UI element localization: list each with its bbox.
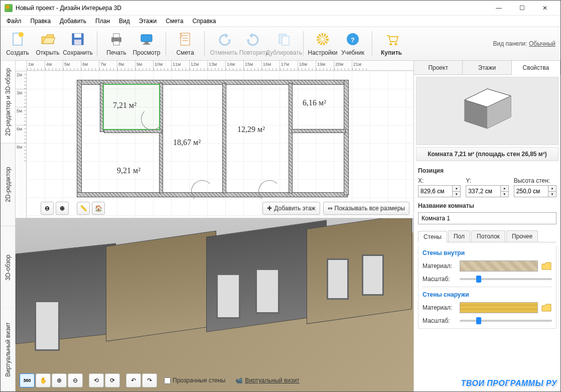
- svg-point-19: [395, 43, 397, 46]
- menu-view[interactable]: Вид: [115, 17, 134, 26]
- room-area-5: 9,21 м²: [117, 166, 141, 175]
- rotate-cw-icon[interactable]: ⟳: [105, 373, 120, 387]
- new-button[interactable]: Создать: [3, 28, 33, 59]
- toolbar: Создать Открыть Сохранить Печать Просмот…: [1, 27, 560, 61]
- transparent-walls-checkbox[interactable]: [164, 377, 171, 384]
- svg-point-1: [19, 32, 24, 37]
- rotate-ccw-icon[interactable]: ⟲: [89, 373, 104, 387]
- open-button[interactable]: Открыть: [33, 28, 63, 59]
- vtab-3d[interactable]: 3D-обзор: [1, 226, 15, 309]
- scale-inside-slider[interactable]: [460, 278, 552, 280]
- preview-button[interactable]: Просмотр: [131, 28, 162, 59]
- svg-point-18: [390, 43, 392, 46]
- menu-plan[interactable]: План: [91, 17, 114, 26]
- app-icon: [5, 4, 13, 12]
- show-dims-button[interactable]: ⇔Показывать все размеры: [323, 202, 409, 215]
- plan-2d-view[interactable]: 1м4м5м6м7м8м9м10м11м12м13м14м15м16м17м18…: [16, 61, 413, 218]
- pos-x-input[interactable]: ▲▼: [418, 185, 461, 197]
- svg-rect-8: [141, 35, 152, 42]
- titlebar: Новый проект - Дизайн Интерьера 3D — ☐ ✕: [1, 1, 560, 16]
- home-icon[interactable]: 🏠: [92, 202, 105, 215]
- virtual-visit-link[interactable]: Виртуальный визит: [245, 377, 300, 384]
- room-name-input[interactable]: [418, 212, 556, 224]
- watermark: ТВОИ ПРОГРАММЫ РУ: [461, 379, 557, 388]
- vtab-2d3d[interactable]: 2D-редактор и 3D-обзор: [1, 61, 15, 144]
- room-area-4: 12,29 м²: [237, 125, 265, 134]
- svg-rect-4: [74, 40, 81, 45]
- zoom-out-3d-icon[interactable]: ⊖: [68, 373, 83, 387]
- panel-mode: Вид панели: Обычный: [493, 40, 555, 47]
- duplicate-button[interactable]: Дублировать: [269, 28, 299, 59]
- walls-inside-header: Стены внутри: [423, 249, 552, 256]
- room-info: Комната 7,21 м² (площадь стен 26,85 м²): [416, 147, 558, 161]
- tab-floors[interactable]: Этажи: [463, 61, 511, 74]
- subtab-ceiling[interactable]: Потолок: [471, 230, 505, 242]
- zoom-out-icon[interactable]: ⊖: [41, 202, 54, 215]
- dims-icon: ⇔: [328, 205, 333, 212]
- 3d-controls: 360 ✋ ⊕ ⊖ ⟲ ⟳ ↶ ↷ Прозрачные стены 📹Вирт…: [20, 373, 409, 387]
- close-button[interactable]: ✕: [533, 1, 556, 16]
- pos-y-input[interactable]: ▲▼: [466, 185, 508, 197]
- add-floor-button[interactable]: ✚Добавить этаж: [262, 202, 320, 215]
- print-button[interactable]: Печать: [101, 28, 131, 59]
- svg-point-15: [321, 37, 325, 41]
- material-inside-swatch[interactable]: [460, 260, 538, 272]
- menu-edit[interactable]: Правка: [27, 17, 55, 26]
- zoom-in-3d-icon[interactable]: ⊕: [52, 373, 67, 387]
- wall-height-input[interactable]: ▲▼: [514, 185, 556, 197]
- menu-estimate[interactable]: Смета: [162, 17, 187, 26]
- menu-floors[interactable]: Этажи: [135, 17, 161, 26]
- maximize-button[interactable]: ☐: [510, 1, 533, 16]
- vertical-tabs: 2D-редактор и 3D-обзор 2D-редактор 3D-об…: [1, 61, 16, 391]
- svg-rect-3: [74, 34, 81, 38]
- orbit-360-icon[interactable]: 360: [20, 373, 35, 387]
- browse-material-in-icon[interactable]: [541, 261, 552, 271]
- svg-rect-7: [113, 41, 119, 45]
- room-name-title: Название комнаты: [418, 202, 556, 209]
- undo-button[interactable]: Отменить: [209, 28, 239, 59]
- panel-mode-link[interactable]: Обычный: [529, 40, 555, 47]
- menu-add[interactable]: Добавить: [56, 17, 90, 26]
- svg-rect-6: [113, 34, 119, 38]
- vtab-virtual[interactable]: Виртуальный визит: [1, 309, 15, 391]
- svg-rect-13: [282, 36, 289, 45]
- svg-rect-9: [145, 42, 149, 44]
- hand-pan-icon[interactable]: ✋: [36, 373, 51, 387]
- minimize-button[interactable]: —: [487, 1, 510, 16]
- ruler-icon[interactable]: 📏: [77, 202, 90, 215]
- redo-button[interactable]: Повторить: [239, 28, 269, 59]
- subtab-walls[interactable]: Стены: [418, 231, 447, 242]
- undo-3d-icon[interactable]: ↶: [126, 373, 141, 387]
- plus-floor-icon: ✚: [267, 205, 272, 212]
- menubar: Файл Правка Добавить План Вид Этажи Смет…: [1, 16, 560, 27]
- material-outside-swatch[interactable]: [460, 302, 538, 313]
- room-area-2: 6,16 м²: [303, 98, 326, 107]
- buy-button[interactable]: Купить: [376, 28, 406, 59]
- settings-button[interactable]: Настройки: [308, 28, 338, 59]
- room-area-1: 7,21 м²: [113, 101, 136, 110]
- tutorial-button[interactable]: ?Учебник: [338, 28, 368, 59]
- save-button[interactable]: Сохранить: [63, 28, 93, 59]
- tab-project[interactable]: Проект: [414, 61, 463, 74]
- svg-rect-10: [143, 44, 150, 45]
- browse-material-out-icon[interactable]: [541, 303, 552, 313]
- position-title: Позиция: [418, 167, 556, 174]
- scale-outside-slider[interactable]: [460, 320, 552, 322]
- tab-properties[interactable]: Свойства: [512, 61, 560, 75]
- zoom-in-icon[interactable]: ⊕: [56, 202, 69, 215]
- ruler-horizontal: 1м4м5м6м7м8м9м10м11м12м13м14м15м16м17м18…: [27, 61, 413, 71]
- view-3d[interactable]: 360 ✋ ⊕ ⊖ ⟲ ⟳ ↶ ↷ Прозрачные стены 📹Вирт…: [16, 218, 413, 391]
- menu-file[interactable]: Файл: [3, 17, 26, 26]
- redo-3d-icon[interactable]: ↷: [142, 373, 157, 387]
- svg-text:?: ?: [351, 37, 354, 44]
- subtab-other[interactable]: Прочее: [506, 230, 538, 242]
- camera-icon: 📹: [235, 377, 243, 384]
- vtab-2d[interactable]: 2D-редактор: [1, 144, 15, 226]
- subtab-floor[interactable]: Пол: [448, 230, 470, 242]
- menu-help[interactable]: Справка: [188, 17, 220, 26]
- estimate-button[interactable]: Смета: [170, 28, 200, 59]
- room-3d-preview: [416, 77, 558, 145]
- window-title: Новый проект - Дизайн Интерьера 3D: [16, 5, 487, 12]
- walls-outside-header: Стены снаружи: [423, 291, 552, 298]
- ruler-vertical: 2м3м5м6м8м: [16, 71, 27, 218]
